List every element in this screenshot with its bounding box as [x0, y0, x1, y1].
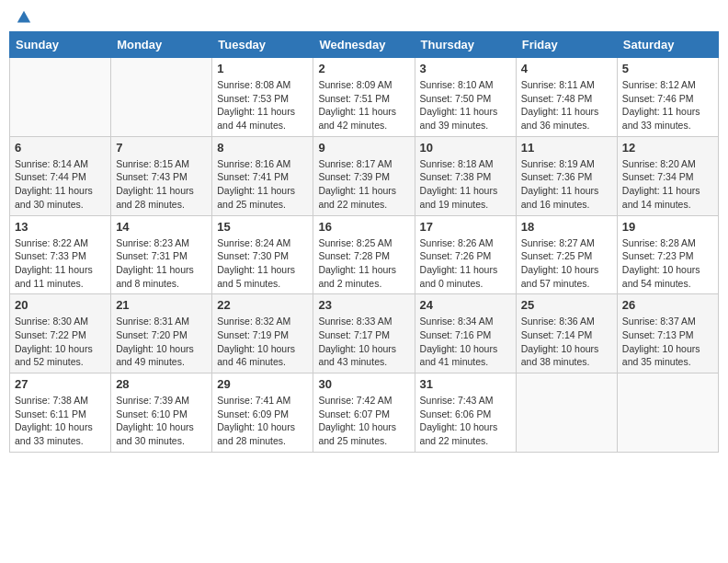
calendar-cell: 25Sunrise: 8:36 AMSunset: 7:14 PMDayligh… [516, 294, 617, 373]
calendar-cell [10, 58, 111, 137]
calendar-cell: 8Sunrise: 8:16 AMSunset: 7:41 PMDaylight… [212, 136, 313, 215]
day-number: 29 [217, 377, 308, 391]
day-info: Sunrise: 8:37 AMSunset: 7:13 PMDaylight:… [622, 315, 713, 369]
day-info: Sunrise: 8:26 AMSunset: 7:26 PMDaylight:… [420, 236, 511, 291]
page-header [9, 9, 719, 22]
weekday-header-friday: Friday [516, 32, 617, 58]
day-number: 10 [420, 141, 511, 155]
day-info: Sunrise: 7:42 AMSunset: 6:07 PMDaylight:… [318, 394, 409, 448]
logo [14, 9, 32, 22]
calendar-cell [516, 373, 617, 453]
calendar-cell: 17Sunrise: 8:26 AMSunset: 7:26 PMDayligh… [415, 215, 516, 294]
calendar-cell: 30Sunrise: 7:42 AMSunset: 6:07 PMDayligh… [313, 373, 415, 453]
day-number: 4 [521, 62, 612, 75]
day-info: Sunrise: 7:39 AMSunset: 6:10 PMDaylight:… [116, 394, 207, 448]
day-number: 2 [318, 62, 409, 75]
day-number: 8 [217, 141, 308, 155]
day-info: Sunrise: 8:24 AMSunset: 7:30 PMDaylight:… [217, 236, 308, 291]
calendar-cell: 12Sunrise: 8:20 AMSunset: 7:34 PMDayligh… [617, 136, 718, 215]
calendar-cell: 27Sunrise: 7:38 AMSunset: 6:11 PMDayligh… [10, 373, 111, 453]
calendar-cell: 24Sunrise: 8:34 AMSunset: 7:16 PMDayligh… [415, 294, 516, 373]
day-info: Sunrise: 8:32 AMSunset: 7:19 PMDaylight:… [217, 315, 308, 369]
calendar-cell: 26Sunrise: 8:37 AMSunset: 7:13 PMDayligh… [617, 294, 718, 373]
calendar-cell: 21Sunrise: 8:31 AMSunset: 7:20 PMDayligh… [111, 294, 212, 373]
calendar-cell: 7Sunrise: 8:15 AMSunset: 7:43 PMDaylight… [111, 136, 212, 215]
svg-marker-0 [17, 11, 30, 23]
day-info: Sunrise: 8:19 AMSunset: 7:36 PMDaylight:… [521, 157, 612, 212]
logo-icon [16, 9, 32, 26]
calendar-cell: 6Sunrise: 8:14 AMSunset: 7:44 PMDaylight… [10, 136, 111, 215]
day-number: 14 [116, 220, 207, 234]
day-number: 22 [217, 298, 308, 312]
day-number: 12 [622, 141, 713, 155]
calendar-header-row: SundayMondayTuesdayWednesdayThursdayFrid… [10, 32, 719, 58]
calendar-cell [111, 58, 212, 137]
day-number: 21 [116, 298, 207, 312]
weekday-header-tuesday: Tuesday [212, 32, 313, 58]
day-number: 17 [420, 220, 511, 234]
day-number: 19 [622, 220, 713, 234]
calendar-week-row: 20Sunrise: 8:30 AMSunset: 7:22 PMDayligh… [10, 294, 719, 373]
calendar-week-row: 6Sunrise: 8:14 AMSunset: 7:44 PMDaylight… [10, 136, 719, 215]
weekday-header-monday: Monday [111, 32, 212, 58]
day-number: 13 [15, 220, 106, 234]
day-info: Sunrise: 7:41 AMSunset: 6:09 PMDaylight:… [217, 394, 308, 448]
day-number: 6 [15, 141, 106, 155]
day-number: 20 [15, 298, 106, 312]
day-info: Sunrise: 8:08 AMSunset: 7:53 PMDaylight:… [217, 78, 308, 132]
calendar-cell: 31Sunrise: 7:43 AMSunset: 6:06 PMDayligh… [415, 373, 516, 453]
day-info: Sunrise: 8:09 AMSunset: 7:51 PMDaylight:… [318, 78, 409, 132]
day-info: Sunrise: 7:38 AMSunset: 6:11 PMDaylight:… [15, 394, 106, 448]
day-info: Sunrise: 8:33 AMSunset: 7:17 PMDaylight:… [318, 315, 409, 369]
day-info: Sunrise: 8:17 AMSunset: 7:39 PMDaylight:… [318, 157, 409, 212]
calendar-cell: 28Sunrise: 7:39 AMSunset: 6:10 PMDayligh… [111, 373, 212, 453]
day-info: Sunrise: 8:11 AMSunset: 7:48 PMDaylight:… [521, 78, 612, 132]
day-info: Sunrise: 8:12 AMSunset: 7:46 PMDaylight:… [622, 78, 713, 132]
day-info: Sunrise: 8:10 AMSunset: 7:50 PMDaylight:… [420, 78, 511, 132]
day-number: 15 [217, 220, 308, 234]
calendar-week-row: 1Sunrise: 8:08 AMSunset: 7:53 PMDaylight… [10, 58, 719, 137]
day-number: 25 [521, 298, 612, 312]
day-number: 1 [217, 62, 308, 75]
day-number: 16 [318, 220, 409, 234]
calendar-week-row: 13Sunrise: 8:22 AMSunset: 7:33 PMDayligh… [10, 215, 719, 294]
calendar-cell: 10Sunrise: 8:18 AMSunset: 7:38 PMDayligh… [415, 136, 516, 215]
day-number: 5 [622, 62, 713, 75]
calendar-cell: 4Sunrise: 8:11 AMSunset: 7:48 PMDaylight… [516, 58, 617, 137]
day-number: 3 [420, 62, 511, 75]
day-info: Sunrise: 8:25 AMSunset: 7:28 PMDaylight:… [318, 236, 409, 291]
day-info: Sunrise: 8:20 AMSunset: 7:34 PMDaylight:… [622, 157, 713, 212]
day-number: 24 [420, 298, 511, 312]
day-info: Sunrise: 8:34 AMSunset: 7:16 PMDaylight:… [420, 315, 511, 369]
day-number: 7 [116, 141, 207, 155]
calendar-cell: 11Sunrise: 8:19 AMSunset: 7:36 PMDayligh… [516, 136, 617, 215]
day-info: Sunrise: 8:16 AMSunset: 7:41 PMDaylight:… [217, 157, 308, 212]
day-number: 18 [521, 220, 612, 234]
calendar-cell: 18Sunrise: 8:27 AMSunset: 7:25 PMDayligh… [516, 215, 617, 294]
day-info: Sunrise: 8:22 AMSunset: 7:33 PMDaylight:… [15, 236, 106, 291]
day-number: 31 [420, 377, 511, 391]
calendar-cell: 23Sunrise: 8:33 AMSunset: 7:17 PMDayligh… [313, 294, 415, 373]
calendar-cell: 14Sunrise: 8:23 AMSunset: 7:31 PMDayligh… [111, 215, 212, 294]
day-number: 26 [622, 298, 713, 312]
calendar-cell: 29Sunrise: 7:41 AMSunset: 6:09 PMDayligh… [212, 373, 313, 453]
weekday-header-thursday: Thursday [415, 32, 516, 58]
day-info: Sunrise: 8:18 AMSunset: 7:38 PMDaylight:… [420, 157, 511, 212]
calendar-cell: 2Sunrise: 8:09 AMSunset: 7:51 PMDaylight… [313, 58, 415, 137]
day-number: 27 [15, 377, 106, 391]
weekday-header-sunday: Sunday [10, 32, 111, 58]
calendar-cell: 19Sunrise: 8:28 AMSunset: 7:23 PMDayligh… [617, 215, 718, 294]
day-info: Sunrise: 8:23 AMSunset: 7:31 PMDaylight:… [116, 236, 207, 291]
calendar-cell: 9Sunrise: 8:17 AMSunset: 7:39 PMDaylight… [313, 136, 415, 215]
day-number: 28 [116, 377, 207, 391]
day-number: 23 [318, 298, 409, 312]
calendar-cell: 3Sunrise: 8:10 AMSunset: 7:50 PMDaylight… [415, 58, 516, 137]
day-info: Sunrise: 8:36 AMSunset: 7:14 PMDaylight:… [521, 315, 612, 369]
calendar-cell: 15Sunrise: 8:24 AMSunset: 7:30 PMDayligh… [212, 215, 313, 294]
day-info: Sunrise: 8:14 AMSunset: 7:44 PMDaylight:… [15, 157, 106, 212]
calendar-table: SundayMondayTuesdayWednesdayThursdayFrid… [9, 31, 719, 453]
calendar-cell: 22Sunrise: 8:32 AMSunset: 7:19 PMDayligh… [212, 294, 313, 373]
day-info: Sunrise: 8:28 AMSunset: 7:23 PMDaylight:… [622, 236, 713, 291]
calendar-cell: 20Sunrise: 8:30 AMSunset: 7:22 PMDayligh… [10, 294, 111, 373]
weekday-header-wednesday: Wednesday [313, 32, 415, 58]
